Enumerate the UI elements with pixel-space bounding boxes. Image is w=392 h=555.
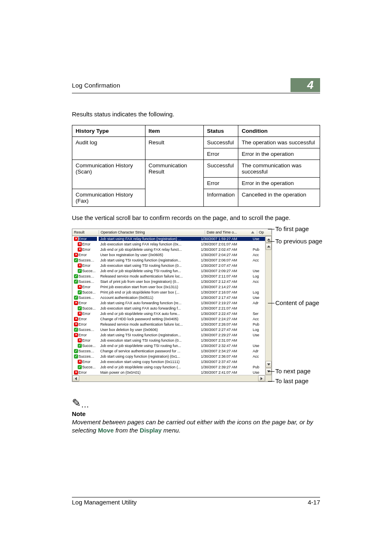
grid-cell-result-label: Error	[82, 242, 97, 246]
scroll-left-button[interactable]	[72, 375, 79, 382]
grid-row[interactable]: ✓SuccessfulChange of service authenticat…	[72, 348, 265, 354]
grid-row[interactable]: ✕ErrorJob execution start using FAX rela…	[72, 241, 265, 247]
grid-row[interactable]: ✓SuccessfulJob start using copy function…	[72, 354, 265, 359]
grid-cell-result-label: Succe...	[82, 344, 97, 348]
grid-row[interactable]: ✓SuccessfulJob start using TSI routing f…	[72, 257, 265, 263]
grid-row[interactable]: ✕ErrorJob start using FAX relay function…	[72, 236, 265, 241]
grid-cell-result: ✓Successful	[72, 296, 99, 300]
grid-cell-operation: Change of HDD lock password setting (0x0…	[99, 317, 199, 321]
scroll-track[interactable]	[265, 250, 272, 361]
grid-cell-result-label: Successful	[78, 280, 97, 284]
error-icon: ✕	[78, 264, 82, 268]
grid-col-result[interactable]: Result	[72, 230, 99, 234]
grid-col-datetime[interactable]: Date and Time o...	[205, 230, 257, 234]
chapter-badge: 4	[291, 78, 320, 92]
scroll-up-button[interactable]	[265, 243, 272, 250]
grid-cell-result: ✕Error	[72, 360, 99, 364]
vertical-scrollbar[interactable]	[265, 236, 272, 375]
triangle-first-icon	[267, 238, 270, 240]
grid-cell-result: ✓Succe...	[72, 290, 99, 294]
grid-cell-datetime: 1/30/2007 2:09:27 AM	[199, 269, 251, 273]
success-icon: ✓	[78, 365, 82, 369]
grid-row[interactable]: ✓Succe...Job end or job stop/delete usin…	[72, 364, 265, 370]
callout-content: Content of page	[275, 299, 319, 306]
grid-cell-datetime: 1/30/2007 2:01:07 AM	[199, 242, 251, 246]
grid-row[interactable]: ✓Succe...Job execution start using FAX a…	[72, 305, 265, 311]
grid-row[interactable]: ✕ErrorJob start using FAX auto forwardin…	[72, 300, 265, 305]
grid-cell-op: Use	[251, 333, 265, 337]
grid-cell-result: ✕Error	[72, 242, 99, 246]
col-item: Item	[145, 125, 203, 137]
grid-row[interactable]: ✕ErrorUser box registration by user (0x0…	[72, 252, 265, 257]
grid-cell-op: Use	[251, 237, 265, 241]
grid-cell-result-label: Error	[82, 247, 97, 252]
grid-row[interactable]: ✓SuccessfulStart of print job from user …	[72, 279, 265, 284]
grid-cell-operation: Job end or job stop/delete using FAX rel…	[99, 247, 199, 252]
grid-row[interactable]: ✓SuccessfulUser box deletion by user (0x…	[72, 327, 265, 332]
grid-cell-result: ✕Error	[72, 333, 99, 337]
grid-cell-operation: Job start using FAX relay function (regi…	[99, 237, 199, 241]
horizontal-scrollbar[interactable]	[72, 375, 272, 382]
note-keyword-display: Display	[140, 427, 161, 434]
grid-cell-result-label: Successful	[78, 349, 97, 353]
note-label: Note	[72, 410, 320, 417]
success-icon: ✓	[74, 354, 78, 358]
grid-cell-datetime: 1/30/2007 2:17:47 AM	[199, 296, 251, 300]
grid-row[interactable]: ✓SuccessfulReleased service mode authent…	[72, 273, 265, 279]
grid-row[interactable]: ✕ErrorJob execution start using TSI rout…	[72, 263, 265, 268]
grid-row[interactable]: ✕ErrorJob execution start using TSI rout…	[72, 338, 265, 343]
scroll-corner	[265, 375, 272, 382]
triangle-up-icon	[267, 245, 270, 247]
grid-cell-op: Log	[251, 274, 265, 278]
mid-text: Use the vertical scroll bar to confirm r…	[72, 214, 320, 221]
note-text-3: menu.	[161, 427, 180, 434]
grid-cell-datetime: 1/30/2007 2:37:47 AM	[199, 360, 251, 364]
grid-col-op[interactable]: Op	[257, 230, 272, 234]
grid-cell-result-label: Error	[82, 360, 97, 364]
scroll-first-button[interactable]	[265, 236, 272, 243]
cell-item: Result	[145, 137, 203, 160]
scroll-right-button[interactable]	[258, 375, 265, 382]
grid-cell-result-label: Error	[78, 237, 97, 241]
grid-row[interactable]: ✕ErrorChange of HDD lock password settin…	[72, 316, 265, 321]
grid-cell-datetime: 1/30/2007 2:04:27 AM	[199, 253, 251, 257]
grid-cell-result: ✕Error	[72, 322, 99, 326]
grid-cell-result-label: Error	[82, 312, 97, 316]
grid-cell-operation: Released service mode authentication fai…	[99, 322, 199, 326]
grid-cell-datetime: 1/30/2007 2:34:27 AM	[199, 349, 251, 353]
note-dots-icon: …	[81, 400, 90, 409]
success-icon: ✓	[74, 296, 78, 300]
grid-cell-datetime: 1/30/2007 2:36:07 AM	[199, 354, 251, 358]
grid-cell-operation: Start of print job from user box (regist…	[99, 280, 199, 284]
grid-cell-result-label: Error	[78, 253, 97, 257]
grid-cell-result: ✕Error	[72, 301, 99, 305]
grid-row[interactable]: ✕ErrorJob start using TSI routing functi…	[72, 332, 265, 338]
grid-row[interactable]: ✓SuccessfulAccount authentication (0x051…	[72, 295, 265, 300]
error-icon: ✕	[78, 360, 82, 364]
cell-condition: The communication was successful	[238, 160, 320, 178]
grid-cell-op: Pub	[251, 365, 265, 369]
grid-cell-operation: Job execution start using FAX auto forwa…	[99, 306, 199, 310]
grid-row[interactable]: ✕ErrorMain power on (0x0A01)1/30/2007 2:…	[72, 370, 265, 375]
grid-cell-datetime: 1/30/2007 2:21:07 AM	[199, 306, 251, 310]
grid-row[interactable]: ✕ErrorJob end or job stop/delete using F…	[72, 247, 265, 252]
grid-row[interactable]: ✓Succe...Job end or job stop/delete usin…	[72, 268, 265, 273]
grid-cell-datetime: 1/30/2007 2:02:47 AM	[199, 247, 251, 252]
grid-row[interactable]: ✓Succe...Job end or job stop/delete usin…	[72, 343, 265, 348]
note-block: ✎… Note Movement between pages can be ca…	[72, 397, 320, 435]
grid-cell-operation: Job execution start using copy function …	[99, 360, 199, 364]
grid-row[interactable]: ✕ErrorJob end or job stop/delete using F…	[72, 311, 265, 316]
grid-cell-datetime: 1/30/2007 2:31:07 AM	[199, 338, 251, 342]
scroll-down-button[interactable]	[265, 361, 272, 368]
grid-cell-op: Use	[251, 296, 265, 300]
grid-cell-result: ✕Error	[72, 253, 99, 257]
grid-row[interactable]: ✕ErrorPrint job execution start from use…	[72, 284, 265, 289]
grid-cell-result-label: Error	[82, 264, 97, 268]
grid-cell-op: Log	[251, 290, 265, 294]
hscroll-track[interactable]	[79, 375, 258, 382]
grid-row[interactable]: ✕ErrorJob execution start using copy fun…	[72, 359, 265, 364]
grid-row[interactable]: ✓Succe...Print job end or job stop/delet…	[72, 289, 265, 295]
grid-col-operation[interactable]: Operation Character String	[99, 230, 205, 234]
grid-row[interactable]: ✕ErrorReleased service mode authenticati…	[72, 321, 265, 327]
triangle-down-icon	[267, 363, 270, 365]
